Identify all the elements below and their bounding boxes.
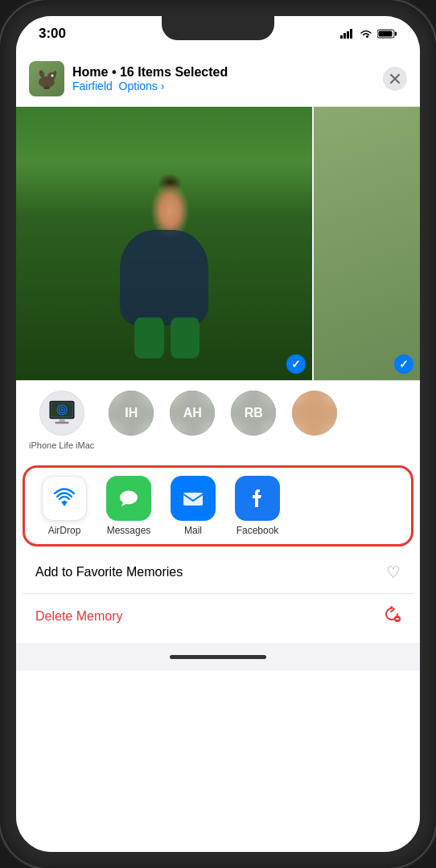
ah-avatar: AH (170, 391, 215, 436)
device-item-mac[interactable]: iPhone Life iMac (29, 391, 94, 451)
share-airdrop[interactable]: AirDrop (36, 476, 93, 536)
contact-item-ah[interactable]: AH AH (168, 391, 216, 451)
ah-label: AH (187, 440, 199, 451)
rb-label: RB (248, 440, 260, 451)
blur-overlay-extra (292, 391, 337, 436)
share-messages[interactable]: Messages (101, 476, 157, 536)
facebook-label: Facebook (237, 525, 279, 536)
svg-rect-1 (343, 33, 346, 39)
svg-point-24 (120, 491, 138, 505)
battery-icon (377, 29, 397, 39)
svg-rect-6 (379, 31, 393, 37)
rb-initials: RB (245, 406, 263, 420)
airdrop-icon (49, 483, 80, 514)
mail-label: Mail (184, 525, 202, 536)
contact-item-ih[interactable]: IH IH (107, 391, 155, 451)
album-subtitle: Fairfield Options › (72, 80, 383, 92)
album-thumbnail (29, 61, 64, 96)
ih-label: IH (127, 440, 136, 451)
delete-memory-label: Delete Memory (35, 609, 122, 624)
album-title: Home • 16 Items Selected (72, 65, 383, 80)
action-list: Add to Favorite Memories ♡ Delete Memory (23, 551, 413, 638)
ih-initials: IH (125, 406, 138, 420)
contact-item-extra[interactable] (290, 391, 339, 440)
messages-label: Messages (107, 525, 151, 536)
contact-item-rb[interactable]: RB RB (229, 391, 278, 451)
svg-point-22 (64, 501, 66, 503)
left-boot (134, 317, 164, 358)
airdrop-label: AirDrop (48, 525, 81, 536)
mail-icon (179, 485, 207, 512)
action-delete-memory[interactable]: Delete Memory (23, 594, 413, 638)
dress-overlay (120, 230, 209, 326)
status-icons (340, 29, 397, 39)
svg-rect-5 (395, 32, 397, 36)
svg-point-20 (60, 408, 63, 411)
svg-rect-2 (347, 31, 349, 39)
signal-icon (340, 29, 355, 39)
options-link[interactable]: Options › (119, 80, 165, 92)
contacts-row: iPhone Life iMac IH IH AH AH (16, 380, 420, 461)
ah-initials: AH (183, 406, 202, 420)
photo-main-content (16, 107, 312, 380)
mac-label: iPhone Life iMac (29, 440, 94, 451)
photo-secondary: ✓ (314, 107, 420, 380)
album-location: Fairfield (72, 80, 113, 92)
dog-silhouette-icon (34, 66, 60, 92)
right-boot (171, 317, 200, 358)
svg-rect-16 (55, 421, 68, 424)
facebook-icon-container (235, 476, 280, 521)
action-favorite-memories[interactable]: Add to Favorite Memories ♡ (23, 551, 413, 594)
photo-secondary-check-badge: ✓ (394, 354, 413, 374)
album-header: Home • 16 Items Selected Fairfield Optio… (16, 51, 420, 107)
phone-screen: 3:00 (16, 16, 420, 852)
svg-rect-0 (340, 35, 343, 39)
photo-strip: ✓ ✓ (16, 107, 420, 380)
mac-avatar (39, 391, 84, 436)
album-info: Home • 16 Items Selected Fairfield Optio… (72, 65, 383, 92)
home-bar (170, 655, 266, 659)
share-facebook[interactable]: Facebook (229, 476, 286, 536)
favorite-memories-label: Add to Favorite Memories (35, 565, 183, 579)
airdrop-icon-container (42, 476, 87, 521)
refresh-icon (383, 605, 401, 623)
close-button[interactable] (383, 67, 407, 91)
share-row: AirDrop Messages (23, 465, 413, 547)
share-sheet: Home • 16 Items Selected Fairfield Optio… (16, 51, 420, 852)
ih-avatar: IH (109, 391, 154, 436)
notch (162, 16, 274, 40)
imac-icon (47, 399, 77, 428)
phone-frame: 3:00 (0, 0, 436, 868)
home-indicator (16, 643, 420, 670)
facebook-icon (244, 485, 271, 512)
album-thumb-content (29, 61, 64, 96)
close-icon (389, 73, 401, 84)
heart-icon: ♡ (386, 563, 401, 582)
wifi-icon (360, 29, 372, 39)
svg-rect-26 (183, 493, 203, 506)
photo-main: ✓ (16, 107, 312, 380)
svg-rect-3 (350, 29, 352, 39)
svg-point-11 (43, 86, 50, 89)
rb-avatar: RB (231, 391, 276, 436)
messages-icon (115, 485, 142, 512)
share-mail[interactable]: Mail (165, 476, 221, 536)
delete-icon (383, 605, 401, 627)
status-time: 3:00 (39, 26, 66, 42)
svg-point-12 (51, 75, 54, 77)
extra-avatar (292, 391, 337, 436)
mail-icon-container (171, 476, 216, 521)
messages-icon-container (106, 476, 151, 521)
